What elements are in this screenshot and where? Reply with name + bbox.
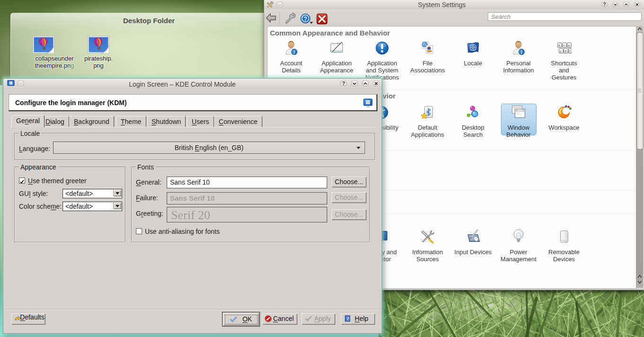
svg-text:i: i	[521, 50, 522, 55]
svg-text:?: ?	[304, 16, 307, 22]
svg-text:?: ?	[347, 316, 349, 321]
svg-text:i: i	[294, 50, 295, 55]
